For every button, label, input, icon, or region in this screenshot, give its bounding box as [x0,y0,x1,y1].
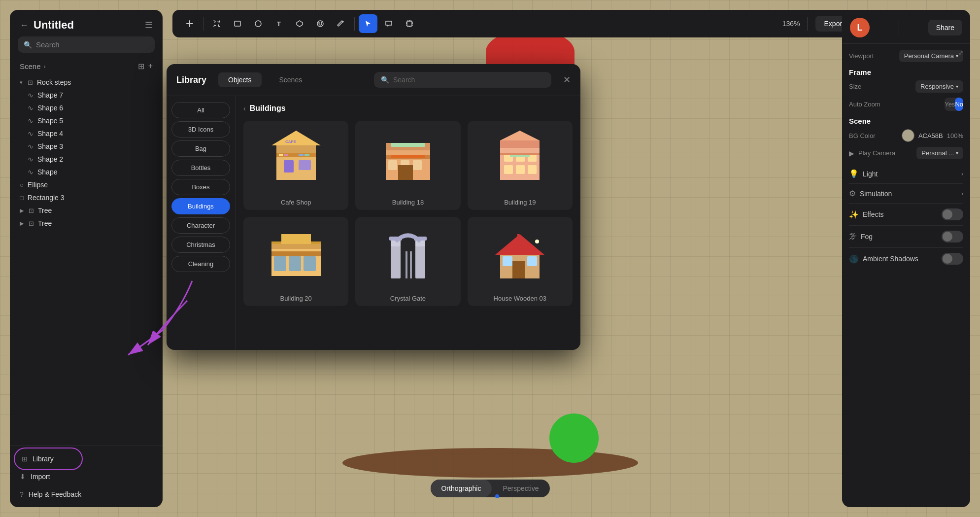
modal-close-button[interactable]: ✕ [563,74,571,85]
light-label: Light [863,170,878,178]
object-name-building18: Building 18 [355,195,460,210]
dot-indicator [495,494,499,498]
viewport-select[interactable]: Personal Camera ▾ [899,50,963,62]
tree-item-tree1[interactable]: ▶ ⊡ Tree [10,204,163,217]
scene-header: Scene › ⊞ + [10,59,163,74]
tree-item-shape7[interactable]: ∿ Shape 7 [10,89,163,102]
modal-tab-scenes[interactable]: Scenes [270,72,312,87]
group-icon: ⊡ [29,207,34,214]
simulation-row[interactable]: ⚙ Simulation › [849,184,963,204]
sidebar-item-import[interactable]: ⬇ Import [10,468,163,485]
rectangle-tool-button[interactable] [228,14,247,33]
tree-item-shape6[interactable]: ∿ Shape 6 [10,102,163,114]
share-button[interactable]: Share [928,20,962,35]
shape-icon: ∿ [28,130,34,138]
size-label: Size [849,83,861,90]
play-camera-row: ▶ Play Camera Personal ... ▾ [849,147,963,159]
tree-item-rock-steps[interactable]: ▾ ⊡ Rock steps [10,76,163,89]
scene-chevron-icon: › [44,63,46,70]
frame-button[interactable] [400,14,419,33]
object-card-building19[interactable]: Building 19 [468,121,573,210]
play-camera-label: Play Camera [858,149,895,157]
light-row[interactable]: 💡 Light › [849,164,963,184]
tree-item-shape[interactable]: ∿ Shape [10,166,163,178]
size-chevron-icon: ▾ [956,84,958,89]
object-img-building20 [243,217,348,291]
svg-rect-30 [500,140,540,148]
fog-row: 🌫 Fog [849,226,963,248]
simulation-arrow-icon: › [961,190,963,197]
cat-bag[interactable]: Bag [171,140,230,157]
bg-color-control[interactable]: ACA58B 100% [902,129,963,142]
polygon-tool-button[interactable] [290,14,309,33]
svg-rect-42 [271,251,321,256]
scene-add-icon[interactable]: + [148,62,153,71]
tree-item-rectangle3[interactable]: □ Rectangle 3 [10,191,163,204]
cat-3d-icons[interactable]: 3D Icons [171,121,230,138]
modal-search[interactable]: 🔍 Search [374,72,551,88]
ellipse-icon: ○ [20,181,24,189]
svg-rect-59 [503,256,512,266]
svg-rect-13 [299,160,311,170]
sidebar-item-help[interactable]: ? Help & Feedback [10,485,163,503]
object-card-cafe-shop[interactable]: CAFE Cafe Shop [243,121,348,210]
top-toolbar: T 136% Export ▶ [172,10,881,37]
tree-item-shape5[interactable]: ∿ Shape 5 [10,114,163,127]
auto-zoom-no[interactable]: No [955,98,963,111]
svg-rect-51 [415,244,425,278]
shape-icon: ∿ [28,104,34,112]
object-card-crystal-gate[interactable]: Crystal Gate [355,217,460,306]
pen-tool-button[interactable] [332,14,350,33]
play-camera-select[interactable]: Personal ... ▾ [916,147,963,159]
sidebar-header: ← Untitled ☰ [10,10,163,36]
svg-rect-23 [388,160,397,170]
size-select[interactable]: Responsive ▾ [915,80,963,93]
svg-rect-2 [235,21,240,26]
shape-icon: ∿ [28,142,34,150]
scene-label-text: Scene [20,62,41,70]
cat-character[interactable]: Character [171,217,230,234]
back-arrow-icon[interactable]: ← [20,20,29,31]
cat-boxes[interactable]: Boxes [171,179,230,195]
perspective-button[interactable]: Perspective [492,480,549,497]
object-card-building20[interactable]: Building 20 [243,217,348,306]
bg-color-label: BG Color [849,132,875,139]
add-button[interactable] [180,14,199,33]
scene-grid-icon[interactable]: ⊞ [138,62,144,71]
cat-cleaning[interactable]: Cleaning [171,256,230,272]
bg-color-swatch[interactable] [902,129,914,142]
comment-button[interactable] [379,14,398,33]
circle-tool-button[interactable] [249,14,268,33]
cat-all[interactable]: All [171,102,230,118]
cat-bottles[interactable]: Bottles [171,160,230,176]
sidebar-item-library[interactable]: ⊞ Library [10,450,163,468]
transform-button[interactable] [207,14,226,33]
emoji-tool-button[interactable] [311,14,330,33]
text-tool-button[interactable]: T [270,14,288,33]
object-card-building18[interactable]: Building 18 [355,121,460,210]
tree-item-shape3[interactable]: ∿ Shape 3 [10,140,163,153]
orthographic-button[interactable]: Orthographic [430,480,492,497]
sidebar-search[interactable]: 🔍 Search [18,36,155,53]
effects-toggle[interactable] [942,208,963,220]
menu-icon[interactable]: ☰ [145,20,153,31]
right-panel-top: L Share [842,10,970,44]
cat-christmas[interactable]: Christmas [171,237,230,253]
tree-item-shape4[interactable]: ∿ Shape 4 [10,127,163,140]
select-button[interactable] [359,14,377,33]
fog-toggle[interactable] [942,231,963,242]
modal-tab-objects[interactable]: Objects [218,72,261,87]
auto-zoom-yes[interactable]: Yes [945,98,955,111]
tree-item-tree2[interactable]: ▶ ⊡ Tree [10,217,163,230]
viewport-value: Personal Camera [904,52,954,60]
cat-buildings[interactable]: Buildings [171,198,230,214]
frame-expand-icon[interactable]: ⤢ [958,49,963,56]
sidebar-title: Untitled [34,19,74,32]
modal-header: Library Objects Scenes 🔍 Search ✕ [167,64,580,96]
ambient-shadows-toggle[interactable] [942,253,963,265]
breadcrumb-back-icon[interactable]: ‹ [243,104,246,112]
tree-item-shape2[interactable]: ∿ Shape 2 [10,153,163,166]
object-card-house-wooden03[interactable]: House Wooden 03 [468,217,573,306]
tree-item-ellipse[interactable]: ○ Ellipse [10,178,163,191]
svg-rect-37 [528,165,537,174]
